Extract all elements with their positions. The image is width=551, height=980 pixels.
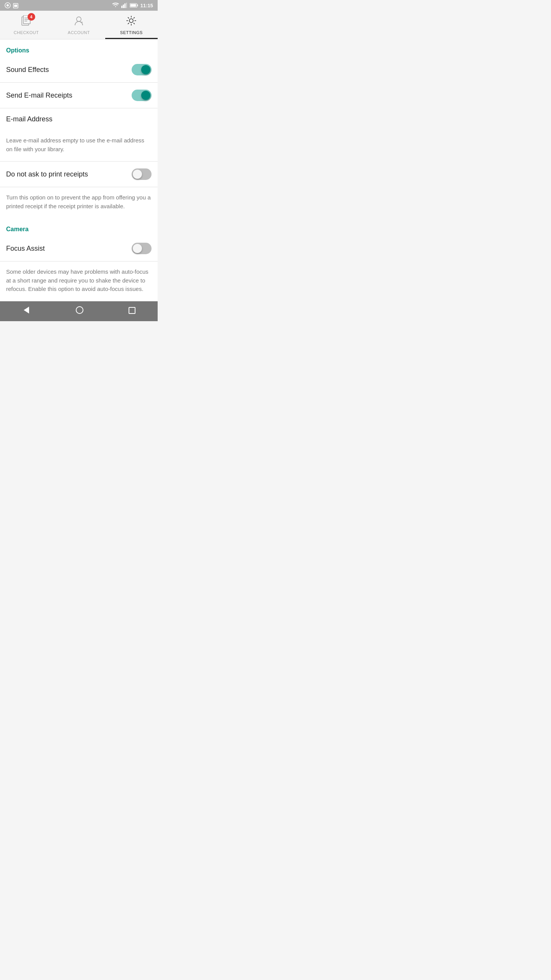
status-bar: 11:15 [0,0,158,11]
options-section-header: Options [0,39,158,57]
send-email-toggle[interactable] [132,90,152,101]
no-print-label: Do not ask to print receipts [6,170,88,178]
svg-rect-6 [124,3,126,8]
bottom-nav [0,301,158,321]
send-email-label: Send E-mail Receipts [6,91,72,100]
sound-effects-toggle[interactable] [132,64,152,75]
settings-icon [126,15,137,29]
no-print-toggle[interactable] [132,168,152,180]
svg-point-18 [129,19,133,23]
back-button[interactable] [15,303,38,320]
recents-button[interactable] [121,303,143,319]
wifi-icon [112,3,119,8]
settings-content: Options Sound Effects Send E-mail Receip… [0,39,158,301]
sim-icon [5,2,11,8]
svg-point-1 [7,4,9,7]
no-print-desc: Turn this option on to prevent the app f… [0,187,158,218]
sound-effects-row: Sound Effects [0,57,158,83]
email-address-desc: Leave e-mail address empty to use the e-… [0,130,158,162]
svg-rect-9 [130,4,136,7]
send-email-thumb [141,91,150,100]
tab-checkout[interactable]: 4 CHECKOUT [0,11,52,39]
no-print-thumb [133,170,142,179]
focus-assist-thumb [133,244,142,253]
svg-rect-21 [129,307,135,314]
no-print-row: Do not ask to print receipts [0,162,158,187]
email-address-row: E-mail Address [0,108,158,130]
tab-account[interactable]: ACCOUNT [52,11,105,39]
battery-icon [130,3,138,8]
sim-card-icon [13,2,18,8]
status-time: 11:15 [140,3,153,8]
svg-rect-3 [14,5,17,7]
focus-assist-toggle[interactable] [132,243,152,254]
send-email-row: Send E-mail Receipts [0,83,158,108]
focus-assist-label: Focus Assist [6,245,45,253]
camera-section-header: Camera [0,218,158,236]
status-right-icons: 11:15 [112,3,153,8]
account-icon [73,15,84,29]
account-label: ACCOUNT [68,30,90,35]
top-nav: 4 CHECKOUT ACCOUNT SETTINGS [0,11,158,39]
focus-assist-row: Focus Assist [0,236,158,261]
svg-rect-10 [137,5,138,7]
sound-effects-label: Sound Effects [6,66,49,74]
svg-rect-7 [126,3,127,8]
checkout-icon: 4 [21,15,32,29]
email-address-label: E-mail Address [6,115,52,123]
settings-label: SETTINGS [120,30,143,35]
svg-point-20 [76,307,83,314]
checkout-badge: 4 [28,13,35,21]
svg-marker-19 [24,307,29,314]
signal-icon [121,3,127,8]
tab-settings[interactable]: SETTINGS [105,11,158,39]
svg-point-16 [77,17,81,21]
svg-rect-4 [121,6,122,8]
svg-rect-5 [123,5,124,8]
home-button[interactable] [68,303,91,320]
status-left-icons [5,2,18,8]
sound-effects-thumb [141,65,150,74]
checkout-label: CHECKOUT [14,30,39,35]
focus-assist-desc: Some older devices may have problems wit… [0,261,158,301]
